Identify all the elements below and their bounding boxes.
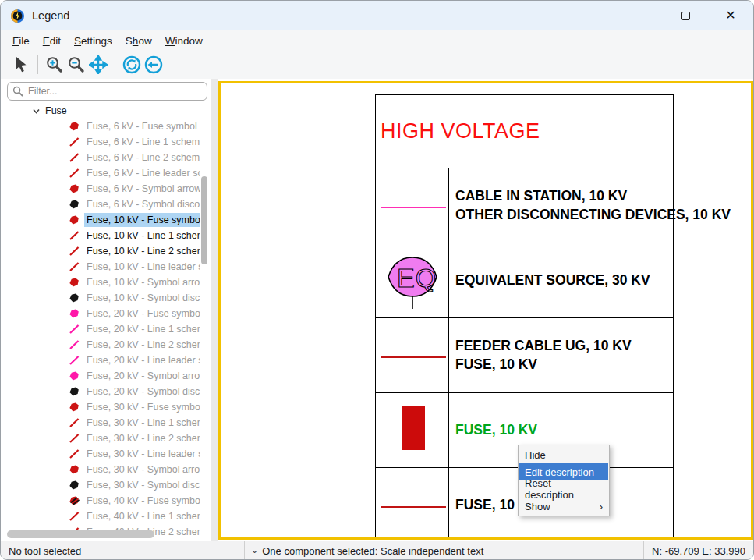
pan-arrows-icon [89,55,108,74]
minimize-button[interactable] [618,1,663,30]
tree-vertical-scrollbar[interactable] [201,176,207,264]
sidebar: Filter... Fuse Fuse, 6 kV - Fuse symbol … [1,79,211,541]
status-selection-text: One component selected: Scale independen… [262,545,483,557]
window-title: Legend [32,9,69,22]
legend-text-line: EQUIVALENT SOURCE, 30 KV [455,271,673,289]
tree-item[interactable]: Fuse, 40 kV - Line 1 schema [1,509,200,524]
tree-item[interactable]: Fuse, 30 kV - Line 1 schema [1,415,200,431]
tree-item[interactable]: Fuse, 6 kV - Fuse symbol schema [1,119,200,134]
legend-row-text: FEEDER CABLE UG, 10 KVFUSE, 10 KV [449,318,673,392]
tree-item[interactable]: Fuse, 30 kV - Line 2 schema [1,431,200,446]
tree-item[interactable]: Fuse, 30 kV - Symbol disconnecti [1,477,200,493]
line-symbol-icon [68,324,80,335]
fuse-symbol-icon [68,386,80,397]
line-symbol-icon [68,136,80,147]
submenu-arrow-icon: › [600,501,603,512]
chevron-down-icon [32,107,41,115]
fuse-symbol-icon [68,277,80,288]
legend-text-line: CABLE IN STATION, 10 KV [455,187,731,205]
legend-header-row[interactable]: HIGH VOLTAGE [376,95,673,168]
maximize-button[interactable] [663,1,708,30]
zoom-out-button[interactable] [65,54,87,76]
tree-item[interactable]: Fuse, 6 kV - Symbol disconnectio [1,197,200,212]
zoom-in-icon [45,55,64,74]
filter-placeholder: Filter... [28,86,58,97]
svg-text:EQ: EQ [397,263,437,292]
tree-item-label: Fuse, 6 kV - Line leader schema [84,166,200,180]
tree-item[interactable]: Fuse, 20 kV - Line 1 schema [1,321,200,337]
context-menu-item-hide[interactable]: Hide [519,446,608,463]
tree-item-label: Fuse, 6 kV - Line 1 schema [84,135,200,149]
menu-file[interactable]: File [12,35,30,47]
tree-item[interactable]: Fuse, 6 kV - Line 2 schema [1,150,200,165]
tree-horizontal-scrollbar[interactable] [7,530,154,538]
tree-item-label: Fuse, 10 kV - Fuse symbol schem [84,213,200,227]
tree-item[interactable]: Fuse, 20 kV - Fuse symbol schem [1,306,200,321]
zoom-out-icon [67,55,86,74]
line-symbol-icon [68,246,80,257]
tree-item[interactable]: Fuse, 6 kV - Line 1 schema [1,134,200,150]
filter-input[interactable]: Filter... [7,82,207,101]
legend-equivalent-source-symbol: EQ [376,243,449,317]
tree-item[interactable]: Fuse, 6 kV - Symbol arrow schem [1,181,200,197]
legend-row[interactable]: EQ EQUIVALENT SOURCE, 30 KV [376,243,673,318]
drawing-canvas[interactable]: HIGH VOLTAGE CABLE IN STATION, 10 KVOTHE… [218,81,753,540]
tree-item[interactable]: Fuse, 20 kV - Symbol arrow scher [1,368,200,384]
tree-item[interactable]: Fuse, 40 kV - Fuse symbol schem [1,493,200,509]
context-menu-item-reset-description[interactable]: Reset description [519,480,608,498]
panel-splitter[interactable] [211,79,218,541]
tree-item[interactable]: Fuse, 30 kV - Line leader schema [1,446,200,462]
back-button[interactable] [143,54,165,76]
fuse-symbol-icon [68,495,80,506]
tree-item[interactable]: Fuse, 10 kV - Fuse symbol schem [1,212,200,228]
tree-item-label: Fuse, 30 kV - Fuse symbol schem [84,400,200,414]
fuse-symbol-icon [68,199,80,210]
fuse-symbol-icon [68,464,80,475]
status-tool: No tool selected [1,545,244,557]
menu-settings[interactable]: Settings [74,35,112,47]
tree-item[interactable]: Fuse, 10 kV - Line leader schema [1,259,200,275]
context-menu-item-label: Edit description [525,466,594,478]
fuse-symbol-icon [68,214,80,225]
tree-item[interactable]: Fuse, 10 kV - Line 1 schema [1,228,200,243]
menu-edit[interactable]: Edit [43,35,61,47]
pan-button[interactable] [87,54,109,76]
search-icon [12,86,23,97]
component-tree: Fuse Fuse, 6 kV - Fuse symbol schema Fus… [1,103,200,541]
tree-item-label: Fuse, 10 kV - Line 1 schema [84,229,200,243]
tree-root-fuse[interactable]: Fuse [1,103,200,119]
fuse-symbol-icon [68,370,80,381]
tree-item-label: Fuse, 30 kV - Line leader schema [84,447,200,461]
legend-row[interactable]: CABLE IN STATION, 10 KVOTHER DISCONNECTI… [376,168,673,243]
zoom-in-button[interactable] [44,54,65,76]
tree-item[interactable]: Fuse, 10 kV - Symbol arrow scher [1,275,200,290]
menu-show[interactable]: Show [126,35,152,47]
legend-row[interactable]: FEEDER CABLE UG, 10 KVFUSE, 10 KV [376,318,673,393]
tree-item-label: Fuse, 40 kV - Fuse symbol schem [84,494,200,508]
tree-item[interactable]: Fuse, 20 kV - Line leader schema [1,353,200,368]
context-menu-item-label: Reset description [525,477,603,501]
status-selection[interactable]: ⌄ One component selected: Scale independ… [244,541,643,560]
legend-text-line: FEEDER CABLE UG, 10 KV [455,337,673,355]
tree-root-label: Fuse [45,105,67,116]
tree-item[interactable]: Fuse, 20 kV - Symbol disconnecti [1,384,200,399]
tree-item-label: Fuse, 20 kV - Symbol arrow scher [84,369,200,383]
close-button[interactable]: ✕ [708,1,753,30]
tree-item[interactable]: Fuse, 10 kV - Line 2 schema [1,243,200,259]
context-menu-item-label: Hide [525,449,546,461]
tree-item[interactable]: Fuse, 6 kV - Line leader schema [1,165,200,181]
legend-text-line: FUSE, 10 KV [455,356,673,374]
select-tool-button[interactable] [10,54,32,76]
tree-item[interactable]: Fuse, 20 kV - Line 2 schema [1,337,200,353]
legend-row-text: CABLE IN STATION, 10 KVOTHER DISCONNECTI… [449,168,731,243]
legend-row-text: EQUIVALENT SOURCE, 30 KV [449,243,673,317]
menu-window[interactable]: Window [165,35,203,47]
tree-item-label: Fuse, 20 kV - Fuse symbol schem [84,307,200,321]
status-coordinates: N: -69.709 E: 33.990 [643,541,753,560]
tree-item[interactable]: Fuse, 30 kV - Fuse symbol schem [1,399,200,415]
titlebar: Legend ✕ [1,1,753,30]
refresh-button[interactable] [121,54,143,76]
tree-item-label: Fuse, 6 kV - Fuse symbol schema [84,119,200,133]
tree-item[interactable]: Fuse, 10 kV - Symbol disconnecti [1,290,200,306]
tree-item[interactable]: Fuse, 30 kV - Symbol arrow scher [1,462,200,477]
